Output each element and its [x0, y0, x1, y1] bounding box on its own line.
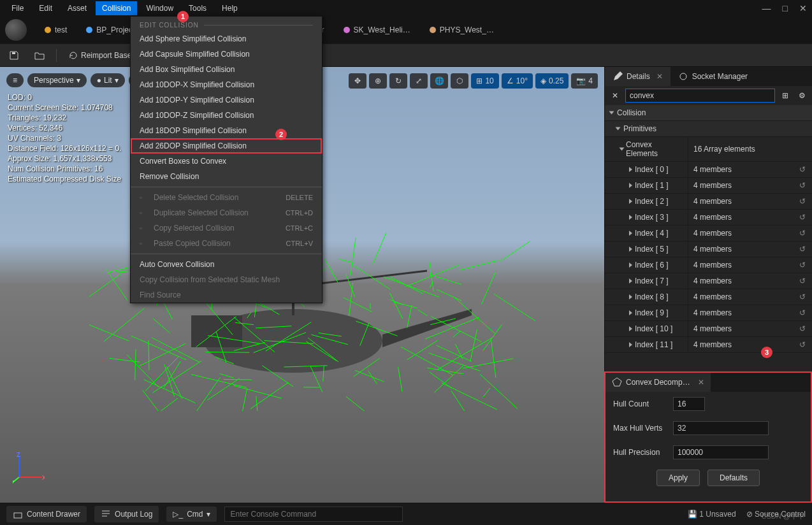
- menu-item[interactable]: Remove Collision: [131, 169, 322, 184]
- save-button[interactable]: [5, 48, 23, 63]
- menu-item[interactable]: Add Capsule Simplified Collision: [131, 47, 322, 62]
- tab-details[interactable]: Details✕: [605, 67, 671, 86]
- unsaved-indicator[interactable]: 💾 1 Unsaved: [688, 510, 736, 519]
- rotate-tool-button[interactable]: ↻: [389, 73, 407, 89]
- max-hull-verts-input[interactable]: [673, 421, 769, 435]
- settings-grid-icon[interactable]: ⊞: [779, 89, 792, 102]
- reset-to-default-icon[interactable]: ↺: [793, 273, 812, 289]
- panel-tabs: Details✕ Socket Manager: [605, 67, 812, 86]
- menu-item: Find Source: [131, 287, 322, 303]
- reset-to-default-icon[interactable]: ↺: [793, 305, 812, 320]
- scale-snap-toggle[interactable]: ◈ 0.25: [535, 73, 569, 89]
- menu-item[interactable]: Convert Boxes to Convex: [131, 154, 322, 169]
- select-tool-button[interactable]: ✥: [349, 73, 366, 89]
- reset-to-default-icon[interactable]: ↺: [793, 178, 812, 193]
- array-element-row[interactable]: Index [ 6 ]4 members↺: [605, 257, 812, 273]
- reset-to-default-icon[interactable]: ↺: [793, 321, 812, 336]
- angle-snap-toggle[interactable]: ∠ 10°: [502, 73, 533, 89]
- array-element-row[interactable]: Index [ 1 ]4 members↺: [605, 178, 812, 194]
- menu-item[interactable]: Auto Convex Collision: [131, 257, 322, 272]
- perspective-dropdown[interactable]: Perspective ▾: [27, 73, 87, 87]
- doc-tab-label: PHYS_West_…: [440, 25, 494, 34]
- menu-window[interactable]: Window: [140, 1, 180, 15]
- array-element-row[interactable]: Index [ 5 ]4 members↺: [605, 241, 812, 257]
- array-element-row[interactable]: Index [ 8 ]4 members↺: [605, 289, 812, 305]
- menu-item[interactable]: Add 10DOP-X Simplified Collision: [131, 77, 322, 92]
- array-element-row[interactable]: Index [ 3 ]4 members↺: [605, 210, 812, 226]
- convex-decomp-tab[interactable]: Convex Decomp… ✕: [605, 373, 711, 392]
- svg-line-64: [206, 352, 250, 352]
- collision-menu-dropdown: EDIT COLLISION Add Sphere Simplified Col…: [130, 16, 323, 303]
- stat-line: Vertices: 52,346: [8, 123, 121, 133]
- array-element-row[interactable]: Index [ 9 ]4 members↺: [605, 305, 812, 321]
- menu-item-label: Auto Convex Collision: [140, 260, 214, 269]
- menu-item[interactable]: Add Sphere Simplified Collision: [131, 31, 322, 47]
- console-command-input[interactable]: [224, 507, 403, 522]
- output-log-button[interactable]: Output Log: [94, 506, 159, 522]
- maximize-button[interactable]: □: [783, 3, 788, 13]
- members-value: 4 members: [693, 229, 732, 238]
- menu-asset[interactable]: Asset: [61, 1, 93, 15]
- svg-line-35: [480, 374, 518, 408]
- minimize-button[interactable]: —: [762, 3, 771, 13]
- settings-gear-icon[interactable]: ⚙: [795, 89, 808, 102]
- section-primitives[interactable]: Primitives: [605, 121, 812, 137]
- tab-socket-manager[interactable]: Socket Manager: [671, 67, 755, 86]
- details-search-input[interactable]: [625, 89, 775, 103]
- svg-line-52: [430, 319, 455, 325]
- hull-precision-input[interactable]: [673, 445, 769, 459]
- cmd-dropdown[interactable]: ▷_Cmd▾: [166, 507, 217, 522]
- close-convex-tab-icon[interactable]: ✕: [698, 378, 704, 387]
- array-element-row[interactable]: Index [ 2 ]4 members↺: [605, 194, 812, 210]
- array-element-row[interactable]: Index [ 4 ]4 members↺: [605, 226, 812, 241]
- menu-item: ▫Copy Selected CollisionCTRL+C: [131, 220, 322, 236]
- array-element-row[interactable]: Index [ 0 ]4 members↺: [605, 162, 812, 178]
- index-label: Index [ 9 ]: [635, 308, 669, 317]
- reset-to-default-icon[interactable]: ↺: [793, 289, 812, 305]
- svg-line-19: [308, 338, 338, 362]
- scale-tool-button[interactable]: ⤢: [410, 73, 428, 89]
- close-tab-icon[interactable]: ✕: [656, 72, 663, 81]
- camera-speed-button[interactable]: 📷 4: [571, 73, 598, 89]
- close-button[interactable]: ✕: [799, 3, 807, 13]
- menu-item-icon: ▫: [140, 239, 149, 248]
- browse-button[interactable]: [31, 48, 48, 63]
- viewport-menu-button[interactable]: ≡: [6, 73, 24, 87]
- reset-to-default-icon[interactable]: ↺: [793, 226, 812, 241]
- svg-line-41: [483, 388, 490, 397]
- apply-button[interactable]: Apply: [656, 470, 700, 486]
- viewport-mode-controls: ≡ Perspective ▾ ● Lit ▾ S: [6, 73, 147, 87]
- menu-item[interactable]: Add 10DOP-Y Simplified Collision: [131, 92, 322, 108]
- move-tool-button[interactable]: ⊕: [369, 73, 387, 89]
- grid-snap-toggle[interactable]: ⊞ 10: [471, 73, 498, 89]
- menu-edit[interactable]: Edit: [33, 1, 59, 15]
- section-collision[interactable]: Collision: [605, 105, 812, 121]
- array-element-row[interactable]: Index [ 11 ]4 members↺: [605, 337, 812, 353]
- menu-item[interactable]: Add 26DOP Simplified Collision: [131, 138, 322, 154]
- reset-to-default-icon[interactable]: ↺: [793, 241, 812, 257]
- menu-item[interactable]: Add 10DOP-Z Simplified Collision: [131, 108, 322, 123]
- reset-to-default-icon[interactable]: ↺: [793, 210, 812, 225]
- world-local-toggle[interactable]: 🌐: [430, 73, 448, 89]
- menu-item[interactable]: Add Box Simplified Collision: [131, 62, 322, 77]
- doc-tab[interactable]: SK_West_Heli…: [336, 22, 418, 38]
- doc-tab[interactable]: PHYS_West_…: [422, 22, 502, 38]
- content-drawer-button[interactable]: Content Drawer: [6, 506, 87, 522]
- reset-to-default-icon[interactable]: ↺: [793, 257, 812, 273]
- surface-snap-button[interactable]: ⬡: [451, 73, 468, 89]
- menu-collision[interactable]: Collision: [96, 1, 137, 15]
- menu-help[interactable]: Help: [215, 1, 244, 15]
- doc-tab[interactable]: test: [37, 22, 75, 38]
- reset-to-default-icon[interactable]: ↺: [793, 162, 812, 177]
- defaults-button[interactable]: Defaults: [707, 470, 760, 486]
- clear-search-button[interactable]: ✕: [609, 89, 621, 102]
- reset-to-default-icon[interactable]: ↺: [793, 194, 812, 209]
- reset-to-default-icon[interactable]: ↺: [793, 337, 812, 352]
- convex-elements-row[interactable]: Convex Elements 16 Array elements: [605, 137, 812, 162]
- menu-file[interactable]: File: [5, 1, 30, 15]
- array-element-row[interactable]: Index [ 10 ]4 members↺: [605, 321, 812, 337]
- hull-count-input[interactable]: [673, 397, 705, 411]
- array-element-row[interactable]: Index [ 7 ]4 members↺: [605, 273, 812, 289]
- lit-dropdown[interactable]: ● Lit ▾: [91, 73, 125, 87]
- menu-item[interactable]: Add 18DOP Simplified Collision: [131, 123, 322, 138]
